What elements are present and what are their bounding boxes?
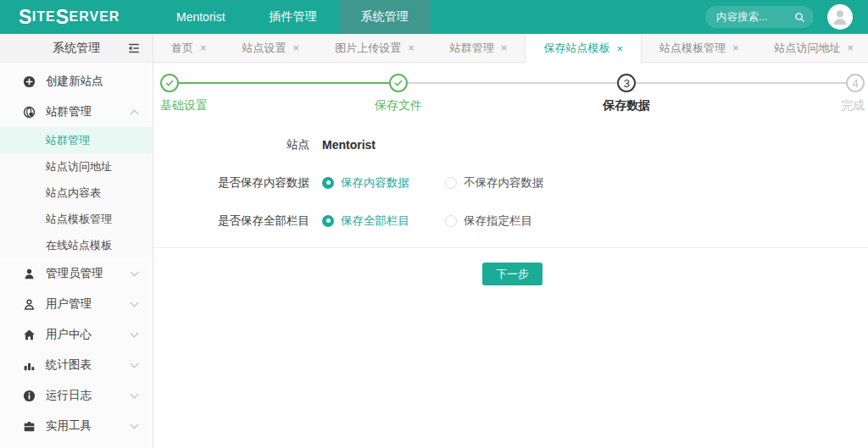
sidebar-item-stats-charts[interactable]: 统计图表	[0, 350, 153, 380]
step-save-files-marker	[389, 74, 408, 92]
tab-image-upload-settings[interactable]: 图片上传设置×	[317, 34, 432, 62]
form-body-save-content-data: 保存内容数据不保存内容数据	[322, 175, 580, 191]
close-icon[interactable]: ×	[616, 42, 623, 55]
siteserver-logo[interactable]: SITESERVER	[0, 0, 154, 34]
step-connector	[179, 82, 389, 84]
option-save-selected-channels[interactable]: 保存指定栏目	[445, 213, 532, 229]
sidebar-subitem-site-access-url[interactable]: 站点访问地址	[0, 153, 153, 180]
info-icon	[23, 390, 36, 402]
sidebar-subitem-online-site-template[interactable]: 在线站点模板	[0, 232, 153, 258]
nav-system-manage[interactable]: 系统管理	[339, 0, 431, 34]
person-icon	[831, 4, 849, 30]
form-label-save-content-data: 是否保存内容数据	[160, 175, 309, 191]
sidebar-title: 系统管理	[53, 41, 100, 56]
topbar-right: 内容搜索...	[705, 0, 868, 34]
sidebar-item-label: 运行日志	[46, 388, 92, 403]
collapse-menu-icon[interactable]	[127, 41, 141, 55]
sidebar-item-label: 创建新站点	[46, 74, 103, 89]
close-icon[interactable]: ×	[408, 41, 415, 54]
sidebar: 系统管理 创建新站点站群管理站群管理站点访问地址站点内容表站点模板管理在线站点模…	[0, 34, 153, 448]
user-avatar[interactable]	[827, 4, 853, 30]
option-label: 保存全部栏目	[341, 213, 409, 229]
sidebar-header: 系统管理	[0, 34, 153, 63]
step-basic-settings-label: 基础设置	[160, 98, 208, 113]
close-icon[interactable]: ×	[732, 41, 739, 54]
form-body-save-all-channels: 保存全部栏目保存指定栏目	[322, 213, 568, 229]
form-actions: 下一步	[153, 248, 868, 285]
close-icon[interactable]: ×	[293, 41, 300, 54]
top-nav: Mentorist插件管理系统管理	[154, 0, 431, 34]
toolbox-icon	[23, 420, 36, 433]
next-step-button[interactable]: 下一步	[482, 263, 542, 285]
option-label: 保存指定栏目	[464, 213, 532, 229]
sidebar-item-utilities[interactable]: 实用工具	[0, 411, 153, 441]
home-icon	[23, 329, 36, 341]
sidebar-item-create-new-site[interactable]: 创建新站点	[0, 66, 153, 97]
content-search-input[interactable]: 内容搜索...	[705, 6, 814, 28]
sidebar-item-admin-manage[interactable]: 管理员管理	[0, 258, 153, 289]
tab-site-settings[interactable]: 站点设置×	[225, 34, 318, 62]
tab-label: 图片上传设置	[335, 41, 401, 56]
step-connector	[408, 82, 618, 84]
close-icon[interactable]: ×	[200, 41, 207, 54]
tab-home[interactable]: 首页×	[153, 34, 225, 62]
chevron-down-icon	[131, 268, 139, 277]
option-save-all-channels[interactable]: 保存全部栏目	[322, 213, 409, 229]
chevron-down-icon	[131, 390, 139, 399]
radio-unselected-icon[interactable]	[445, 215, 457, 227]
chevron-down-icon	[131, 421, 139, 429]
sidebar-item-user-manage[interactable]: 用户管理	[0, 289, 153, 319]
form-label-save-all-channels: 是否保存全部栏目	[160, 213, 309, 229]
form-row-site: 站点Mentorist	[160, 125, 868, 163]
close-icon[interactable]: ×	[848, 41, 854, 54]
sidebar-item-site-group-manage[interactable]: 站群管理	[0, 97, 153, 127]
nav-plugin-manage[interactable]: 插件管理	[248, 0, 339, 34]
plus-circle-icon	[23, 75, 36, 88]
form-value-site: Mentorist	[322, 138, 376, 152]
tab-site-template-manage[interactable]: 站点模板管理×	[642, 34, 757, 62]
stepper-track: 34	[160, 74, 865, 92]
sidebar-item-user-center[interactable]: 用户中心	[0, 319, 153, 350]
radio-selected-icon[interactable]	[322, 177, 334, 189]
tab-site-group-manage[interactable]: 站群管理×	[432, 34, 526, 62]
sidebar-item-label: 站群管理	[46, 104, 92, 119]
tab-bar: 首页×站点设置×图片上传设置×站群管理×保存站点模板×站点模板管理×站点访问地址…	[153, 34, 868, 63]
option-label: 保存内容数据	[341, 175, 409, 191]
tab-save-site-template[interactable]: 保存站点模板×	[525, 34, 642, 63]
save-template-form: 站点Mentorist是否保存内容数据保存内容数据不保存内容数据是否保存全部栏目…	[153, 125, 868, 240]
chevron-up-icon	[131, 110, 139, 119]
stepper-labels: 基础设置保存文件保存数据完成	[160, 98, 865, 119]
shell: 系统管理 创建新站点站群管理站群管理站点访问地址站点内容表站点模板管理在线站点模…	[0, 34, 868, 448]
tab-label: 站点访问地址	[775, 41, 841, 56]
sidebar-submenu-site-group-manage: 站群管理站点访问地址站点内容表站点模板管理在线站点模板	[0, 127, 153, 258]
radio-selected-icon[interactable]	[322, 215, 334, 227]
sidebar-item-run-logs[interactable]: 运行日志	[0, 380, 153, 411]
step-save-data-marker: 3	[617, 74, 636, 92]
stepper: 34 基础设置保存文件保存数据完成	[153, 63, 868, 119]
sidebar-item-label: 用户中心	[46, 327, 92, 342]
user-icon	[23, 298, 36, 311]
form-row-save-content-data: 是否保存内容数据保存内容数据不保存内容数据	[160, 163, 868, 202]
logo-text: S	[19, 8, 32, 27]
app-root: SITESERVER Mentorist插件管理系统管理 内容搜索... 系统管…	[0, 0, 868, 448]
search-placeholder: 内容搜索...	[716, 10, 767, 25]
main-area: 首页×站点设置×图片上传设置×站群管理×保存站点模板×站点模板管理×站点访问地址…	[153, 34, 868, 448]
nav-mentorist[interactable]: Mentorist	[154, 0, 248, 34]
sidebar-item-label: 管理员管理	[46, 266, 103, 281]
sidebar-item-label: 实用工具	[46, 418, 92, 434]
radio-unselected-icon[interactable]	[445, 177, 457, 189]
close-icon[interactable]: ×	[501, 41, 508, 54]
search-icon[interactable]	[794, 12, 805, 23]
tab-label: 站群管理	[450, 41, 494, 56]
step-finish-label: 完成	[841, 98, 865, 113]
step-save-data-label: 保存数据	[603, 98, 650, 113]
sidebar-subitem-site-content-table[interactable]: 站点内容表	[0, 180, 153, 206]
sidebar-subitem-site-group-manage-sub[interactable]: 站群管理	[0, 127, 153, 153]
form-label-site: 站点	[160, 137, 309, 152]
chevron-down-icon	[131, 329, 139, 338]
option-no-save-content-data[interactable]: 不保存内容数据	[445, 175, 544, 191]
option-save-content-data[interactable]: 保存内容数据	[322, 175, 409, 191]
tab-site-access-url[interactable]: 站点访问地址×	[757, 34, 868, 62]
sidebar-subitem-site-template-manage[interactable]: 站点模板管理	[0, 206, 153, 232]
form-row-save-all-channels: 是否保存全部栏目保存全部栏目保存指定栏目	[160, 202, 868, 240]
